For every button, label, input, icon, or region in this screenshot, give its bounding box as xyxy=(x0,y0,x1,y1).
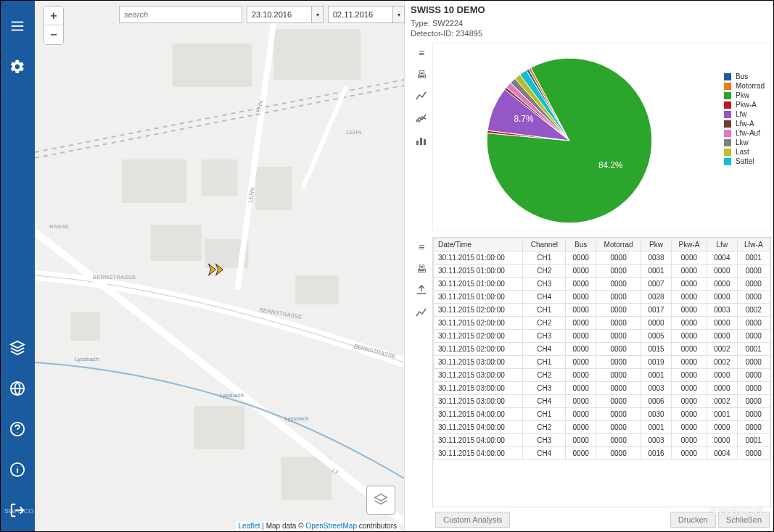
table-row[interactable]: 30.11.2015 01:00:00CH4000000000028000000… xyxy=(434,291,770,304)
table-row[interactable]: 30.11.2015 01:00:00CH2000000000001000000… xyxy=(434,265,770,278)
date-from-input[interactable]: 23.10.2016 xyxy=(247,6,312,23)
map-panel[interactable]: + − 23.10.2016 ▾ 02.11.2016 ▾ xyxy=(35,0,404,532)
info-icon[interactable] xyxy=(6,458,29,481)
bottom-bar: Custom Analysis Drucken Schließen xyxy=(411,507,771,528)
svg-rect-39 xyxy=(424,139,426,145)
svg-rect-15 xyxy=(202,159,238,196)
custom-analysis-button[interactable]: Custom Analysis xyxy=(435,512,510,528)
table-export-icon[interactable] xyxy=(416,285,427,297)
chart-line-icon[interactable] xyxy=(416,91,427,103)
table-chart-icon[interactable] xyxy=(416,307,427,320)
table-row[interactable]: 30.11.2015 03:00:00CH2000000000001000000… xyxy=(434,369,770,382)
pie-chart: 84.2%8.7% BusMotorradPkwPkw-ALfwLfw-ALfw… xyxy=(432,43,771,231)
table-menu-icon[interactable]: ≡ xyxy=(419,241,424,253)
menu-icon[interactable] xyxy=(6,14,29,38)
zoom-control: + − xyxy=(44,6,64,45)
chart-bar-icon[interactable] xyxy=(416,136,427,148)
type-line: Type: SW2224 xyxy=(411,18,771,28)
svg-text:LEHN: LEHN xyxy=(346,129,362,136)
table-toolbar: ≡ 🖶 xyxy=(411,237,432,507)
svg-rect-21 xyxy=(194,406,245,449)
legend-item[interactable]: Last xyxy=(724,148,765,156)
chart-menu-icon[interactable]: ≡ xyxy=(419,47,424,59)
leaflet-link[interactable]: Leaflet xyxy=(239,522,260,530)
table-row[interactable]: 30.11.2015 03:00:00CH4000000000006000000… xyxy=(434,395,770,408)
legend-item[interactable]: Sattel xyxy=(724,157,765,165)
date-from-dropdown[interactable]: ▾ xyxy=(312,6,324,23)
detail-panel: SWISS 10 DEMO Type: SW2224 Detector-ID: … xyxy=(404,0,774,532)
svg-text:8.7%: 8.7% xyxy=(514,114,533,124)
layers-icon[interactable] xyxy=(6,336,29,359)
osm-link[interactable]: OpenStreetMap xyxy=(305,522,357,530)
table-row[interactable]: 30.11.2015 02:00:00CH1000000000017000000… xyxy=(434,304,770,317)
legend-item[interactable]: Pkw xyxy=(724,91,765,99)
legend-item[interactable]: Lfw xyxy=(724,110,765,118)
table-row[interactable]: 30.11.2015 01:00:00CH3000000000007000000… xyxy=(434,278,770,291)
panel-title: SWISS 10 DEMO xyxy=(411,4,771,15)
table-row[interactable]: 30.11.2015 02:00:00CH2000000000000000000… xyxy=(434,317,770,330)
sidebar: SWARCO | First in Traffic Solutions xyxy=(0,0,35,532)
column-header[interactable]: Pkw-A xyxy=(671,238,707,252)
column-header[interactable]: Date/Time xyxy=(434,238,523,252)
date-to-dropdown[interactable]: ▾ xyxy=(393,6,405,23)
svg-rect-19 xyxy=(295,275,339,304)
print-button[interactable]: Drucken xyxy=(670,512,716,528)
svg-text:RASSE: RASSE xyxy=(49,223,69,230)
legend-item[interactable]: Motorrad xyxy=(724,82,765,90)
svg-text:Lyssbach: Lyssbach xyxy=(220,392,244,399)
legend-item[interactable]: Lfw-Auf xyxy=(724,129,765,137)
chart-toolbar: ≡ 🖶 xyxy=(411,43,432,231)
column-header[interactable]: Pkw xyxy=(641,238,671,252)
svg-rect-14 xyxy=(122,159,187,203)
svg-marker-36 xyxy=(375,494,387,501)
detector-line: Detector-ID: 234895 xyxy=(411,28,771,38)
column-header[interactable]: Channel xyxy=(523,238,566,252)
table-row[interactable]: 30.11.2015 03:00:00CH1000000000019000000… xyxy=(434,356,770,369)
table-row[interactable]: 30.11.2015 02:00:00CH4000000000015000000… xyxy=(434,343,770,356)
map-layers-button[interactable] xyxy=(366,486,395,515)
column-header[interactable]: Bus xyxy=(566,238,596,252)
map-canvas[interactable]: LEHN LEHN LEHN BERNSTRASSE BERNSTRASSE B… xyxy=(35,0,404,532)
table-row[interactable]: 30.11.2015 04:00:00CH2000000000001000000… xyxy=(434,421,770,434)
gear-icon[interactable] xyxy=(6,55,29,78)
legend-item[interactable]: Pkw-A xyxy=(724,101,765,109)
svg-marker-3 xyxy=(11,341,24,348)
search-input[interactable] xyxy=(119,6,242,23)
legend-item[interactable]: Bus xyxy=(724,72,765,80)
chart-block: ≡ 🖶 84.2%8.7% BusMotorradPkwPkw-ALfwLfw-… xyxy=(411,43,771,231)
column-header[interactable]: Lfw xyxy=(707,238,737,252)
svg-text:84.2%: 84.2% xyxy=(598,160,623,170)
date-to-input[interactable]: 02.11.2016 xyxy=(328,6,393,23)
column-header[interactable]: Motorrad xyxy=(596,238,641,252)
table-row[interactable]: 30.11.2015 02:00:00CH3000000000005000000… xyxy=(434,330,770,343)
svg-rect-16 xyxy=(255,167,292,210)
svg-text:Lyssbach: Lyssbach xyxy=(284,415,308,422)
data-table[interactable]: Date/TimeChannelBusMotorradPkwPkw-ALfwLf… xyxy=(432,237,771,507)
chart-legend: BusMotorradPkwPkw-ALfwLfw-ALfw-AufLkwLas… xyxy=(724,72,765,167)
table-row[interactable]: 30.11.2015 04:00:00CH4000000000016000000… xyxy=(434,447,770,460)
svg-text:Lyssbach: Lyssbach xyxy=(75,356,99,362)
map-attribution: Leaflet | Map data © OpenStreetMap contr… xyxy=(236,521,400,531)
svg-rect-37 xyxy=(416,141,419,145)
table-block: ≡ 🖶 Date/TimeChannelBusMotorradPkwPkw-AL… xyxy=(411,237,771,507)
legend-item[interactable]: Lfw-A xyxy=(724,120,765,128)
table-row[interactable]: 30.11.2015 04:00:00CH1000000000030000000… xyxy=(434,408,770,421)
table-row[interactable]: 30.11.2015 01:00:00CH1000000000038000000… xyxy=(434,252,770,265)
table-row[interactable]: 30.11.2015 03:00:00CH3000000000003000000… xyxy=(434,382,770,395)
table-row[interactable]: 30.11.2015 04:00:00CH3000000000003000000… xyxy=(434,434,770,447)
chart-multiline-icon[interactable] xyxy=(416,113,427,125)
close-button[interactable]: Schließen xyxy=(718,512,770,528)
svg-rect-12 xyxy=(173,43,252,87)
zoom-out-button[interactable]: − xyxy=(44,25,63,44)
legend-item[interactable]: Lkw xyxy=(724,138,765,146)
svg-text:BERNSTRASSE: BERNSTRASSE xyxy=(93,274,136,280)
zoom-in-button[interactable]: + xyxy=(44,7,63,25)
column-header[interactable]: Lfw-A xyxy=(737,238,770,252)
svg-rect-38 xyxy=(420,138,422,145)
globe-icon[interactable] xyxy=(6,377,29,400)
svg-rect-20 xyxy=(71,312,100,341)
svg-rect-17 xyxy=(151,225,202,261)
table-print-icon[interactable]: 🖶 xyxy=(416,263,427,275)
chart-print-icon[interactable]: 🖶 xyxy=(416,69,427,80)
help-icon[interactable] xyxy=(6,417,29,441)
